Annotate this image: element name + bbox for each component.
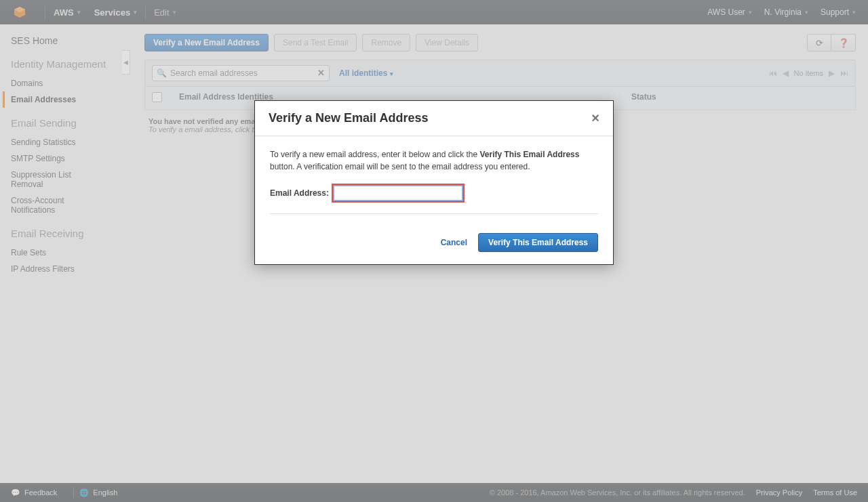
- modal-title: Verify a New Email Address: [269, 111, 428, 125]
- verify-this-email-button[interactable]: Verify This Email Address: [478, 233, 598, 252]
- cancel-button[interactable]: Cancel: [441, 238, 467, 247]
- email-field-row: Email Address:: [270, 184, 598, 214]
- modal-body: To verify a new email address, enter it …: [255, 136, 613, 226]
- close-icon[interactable]: ×: [591, 110, 599, 126]
- verify-email-modal: Verify a New Email Address × To verify a…: [254, 100, 614, 265]
- modal-instructions: To verify a new email address, enter it …: [270, 148, 598, 173]
- email-label: Email Address:: [270, 187, 329, 199]
- email-input-highlight: [332, 184, 465, 203]
- modal-footer: Cancel Verify This Email Address: [255, 226, 613, 264]
- modal-header: Verify a New Email Address ×: [255, 101, 613, 136]
- email-input[interactable]: [334, 186, 462, 201]
- modal-overlay[interactable]: Verify a New Email Address × To verify a…: [0, 0, 868, 502]
